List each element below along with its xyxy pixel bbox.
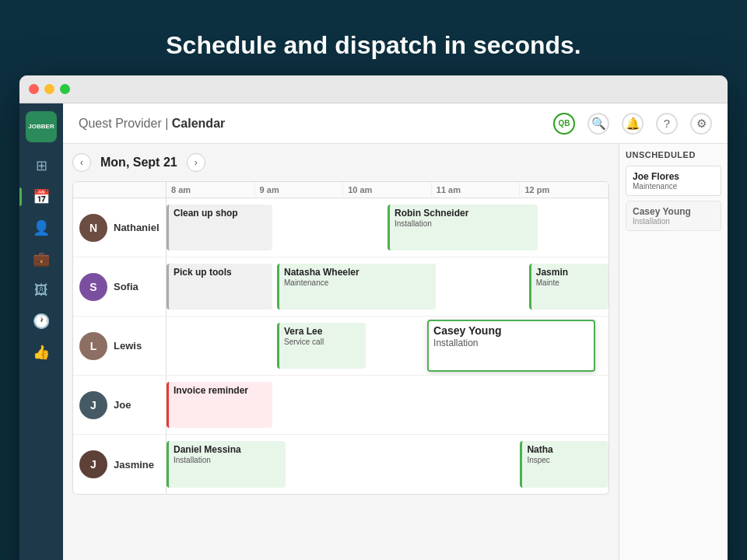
next-date-button[interactable]: ›	[187, 153, 205, 172]
event-sub: Installation	[395, 219, 533, 228]
sidebar: JOBBER ⊞ 📅 👤 💼 🖼 🕐 👍	[19, 103, 63, 560]
breadcrumb-separator: |	[165, 117, 172, 130]
table-row: J Jasmine Daniel Messina Installation	[73, 435, 608, 494]
time-9am: 9 am	[255, 182, 344, 198]
calendar-area: ‹ Mon, Sept 21 › 8 am 9 am	[63, 144, 728, 560]
topbar-icons: QB 🔍 🔔 ? ⚙	[553, 113, 712, 135]
event-title: Pick up tools	[174, 267, 268, 278]
app-window: JOBBER ⊞ 📅 👤 💼 🖼 🕐 👍 Quest Provider | Ca	[19, 75, 728, 560]
event-sub: Installation	[433, 338, 589, 348]
events-jasmine: Daniel Messina Installation Natha Inspec	[167, 435, 608, 494]
unscheduled-name: Joe Flores	[633, 171, 714, 182]
table-row: N Nathaniel Clean up shop Robin	[73, 198, 608, 257]
event-sub: Maintenance	[284, 278, 431, 287]
calendar-nav: ‹ Mon, Sept 21 ›	[72, 153, 609, 172]
sidebar-item-calendar[interactable]: 📅	[26, 183, 57, 211]
quickbooks-icon[interactable]: QB	[553, 113, 575, 135]
unscheduled-title: UNSCHEDULED	[626, 150, 721, 159]
time-8am: 8 am	[167, 182, 255, 198]
sidebar-item-clock[interactable]: 🕐	[26, 307, 57, 335]
logo-text: JOBBER	[28, 123, 54, 131]
sidebar-item-thumbs[interactable]: 👍	[26, 338, 57, 366]
time-columns: 8 am 9 am 10 am 11 am 12 pm	[167, 182, 608, 198]
event-invoice[interactable]: Invoice reminder	[167, 382, 272, 428]
avatar-lewis: L	[79, 332, 107, 360]
event-title: Daniel Messina	[174, 444, 281, 455]
time-header: 8 am 9 am 10 am 11 am 12 pm	[73, 182, 608, 198]
maximize-button[interactable]	[60, 84, 70, 94]
time-11am: 11 am	[432, 182, 521, 198]
person-name-nathaniel: Nathaniel	[114, 222, 160, 233]
help-icon[interactable]: ?	[656, 113, 678, 135]
event-title: Natha	[527, 444, 604, 455]
person-cell-sofia: S Sofia	[73, 257, 167, 316]
event-clean-shop[interactable]: Clean up shop	[167, 205, 272, 250]
person-cell-joe: J Joe	[73, 376, 167, 434]
person-name-sofia: Sofia	[114, 281, 139, 292]
time-10am: 10 am	[343, 182, 432, 198]
current-date: Mon, Sept 21	[100, 156, 177, 170]
person-name-lewis: Lewis	[114, 340, 142, 352]
event-title: Invoice reminder	[174, 385, 268, 396]
close-button[interactable]	[29, 84, 39, 94]
prev-date-button[interactable]: ‹	[72, 153, 91, 172]
sidebar-item-contacts[interactable]: 👤	[26, 214, 57, 242]
event-vera[interactable]: Vera Lee Service call	[277, 323, 366, 369]
unscheduled-type: Maintenance	[633, 182, 714, 191]
event-pick-tools[interactable]: Pick up tools	[167, 264, 272, 310]
avatar-joe: J	[79, 391, 107, 419]
event-title: Clean up shop	[174, 208, 268, 219]
events-nathaniel: Clean up shop Robin Schneider Installati…	[167, 198, 608, 257]
table-row: J Joe Invoice reminder	[73, 376, 608, 435]
event-title: Robin Schneider	[395, 208, 533, 219]
settings-icon[interactable]: ⚙	[690, 113, 712, 135]
table-row: L Lewis Vera Lee Service call	[73, 317, 608, 376]
calendar-grid: 8 am 9 am 10 am 11 am 12 pm	[72, 181, 609, 495]
unscheduled-name: Casey Young	[633, 206, 714, 217]
minimize-button[interactable]	[44, 84, 54, 94]
unscheduled-card-joe[interactable]: Joe Flores Maintenance	[626, 166, 721, 196]
event-title: Jasmin	[536, 267, 604, 278]
titlebar	[19, 75, 728, 103]
event-jasmin[interactable]: Jasmin Mainte	[529, 264, 608, 310]
unscheduled-panel: UNSCHEDULED Joe Flores Maintenance Casey…	[619, 144, 728, 560]
events-joe: Invoice reminder	[167, 376, 608, 434]
traffic-lights	[29, 84, 70, 94]
event-natha[interactable]: Natha Inspec	[520, 441, 608, 488]
logo: JOBBER	[26, 111, 57, 142]
unscheduled-type: Installation	[633, 217, 714, 226]
event-sub: Service call	[284, 338, 361, 346]
headline: Schedule and dispatch in seconds.	[166, 31, 580, 60]
event-title: Casey Young	[433, 324, 589, 337]
person-name-jasmine: Jasmine	[114, 459, 154, 471]
outer-wrapper: Schedule and dispatch in seconds. JOBBER…	[16, 16, 731, 560]
avatar-nathaniel: N	[79, 214, 107, 242]
events-lewis: Vera Lee Service call Casey Young Instal…	[167, 317, 608, 375]
sidebar-item-image[interactable]: 🖼	[26, 276, 57, 304]
avatar-sofia: S	[79, 273, 107, 301]
event-natasha[interactable]: Natasha Wheeler Maintenance	[277, 264, 436, 310]
sidebar-item-grid[interactable]: ⊞	[26, 152, 57, 180]
name-col-header	[73, 182, 167, 198]
app-layout: JOBBER ⊞ 📅 👤 💼 🖼 🕐 👍 Quest Provider | Ca	[19, 103, 728, 560]
breadcrumb-page: Calendar	[172, 117, 225, 130]
person-cell-jasmine: J Jasmine	[73, 435, 167, 494]
event-robin[interactable]: Robin Schneider Installation	[388, 205, 538, 250]
search-icon[interactable]: 🔍	[587, 113, 609, 135]
event-casey-young[interactable]: Casey Young Installation	[427, 320, 595, 372]
person-name-joe: Joe	[114, 399, 131, 411]
notification-icon[interactable]: 🔔	[622, 113, 644, 135]
events-sofia: Pick up tools Natasha Wheeler Maintenanc…	[167, 257, 608, 316]
main-content: Quest Provider | Calendar QB 🔍 🔔 ? ⚙	[63, 103, 728, 560]
sidebar-item-briefcase[interactable]: 💼	[26, 245, 57, 273]
person-cell-lewis: L Lewis	[73, 317, 167, 375]
event-title: Vera Lee	[284, 326, 361, 337]
calendar-main: ‹ Mon, Sept 21 › 8 am 9 am	[63, 144, 619, 560]
event-daniel[interactable]: Daniel Messina Installation	[167, 441, 286, 488]
table-row: S Sofia Pick up tools Natasha Wh	[73, 257, 608, 317]
person-cell-nathaniel: N Nathaniel	[73, 198, 167, 257]
event-sub: Inspec	[527, 456, 604, 464]
unscheduled-card-casey[interactable]: Casey Young Installation	[626, 201, 721, 231]
time-12pm: 12 pm	[520, 182, 608, 198]
topbar: Quest Provider | Calendar QB 🔍 🔔 ? ⚙	[63, 103, 728, 144]
